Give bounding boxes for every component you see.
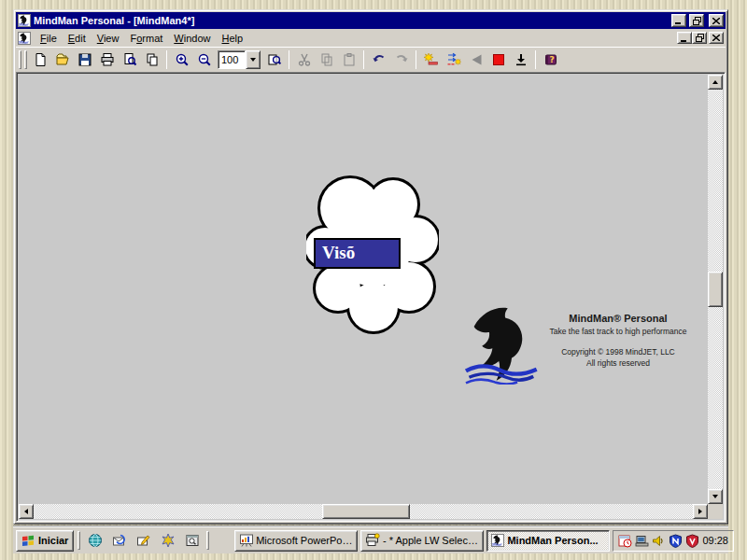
app-window: MindMan Personal - [MindMan4*] File Edit… [13, 9, 728, 525]
redo-icon [394, 52, 409, 67]
collapse-branch-button[interactable] [465, 49, 486, 70]
redo-button[interactable] [390, 49, 412, 70]
down-arrow-icon [514, 52, 529, 67]
channels-icon [161, 533, 176, 548]
zoom-fit-page-icon [267, 52, 282, 67]
open-folder-icon [55, 52, 70, 67]
close-button[interactable] [709, 14, 724, 27]
horizontal-scrollbar[interactable] [19, 504, 708, 519]
menu-help[interactable]: Help [216, 31, 248, 46]
mdi-restore-button[interactable] [692, 32, 707, 44]
system-tray: 09:28 [613, 530, 734, 552]
zoom-out-button[interactable] [193, 49, 215, 70]
cut-button[interactable] [293, 49, 315, 70]
scroll-left-button[interactable] [19, 504, 34, 519]
menu-format[interactable]: Format [124, 31, 168, 46]
restore-icon [696, 34, 704, 42]
duplicate-button[interactable] [141, 49, 162, 70]
quick-launch-viewer[interactable] [181, 530, 203, 552]
task-label: - * Apple LW Select ... [383, 535, 479, 546]
taskbar-grip[interactable] [78, 531, 80, 550]
insert-sub-branch-button[interactable] [443, 49, 464, 70]
task-button-printer[interactable]: - * Apple LW Select ... [360, 530, 484, 552]
scroll-down-button[interactable] [708, 489, 723, 504]
windows-flag-icon [21, 534, 35, 548]
print-button[interactable] [96, 49, 118, 70]
menu-view[interactable]: View [92, 31, 125, 46]
task-label: MindMan Person... [507, 535, 598, 546]
cut-icon [297, 52, 312, 67]
scheduler-icon[interactable] [618, 534, 632, 548]
quick-launch-desktop[interactable] [133, 530, 154, 552]
zoom-level-combobox[interactable] [218, 50, 261, 69]
scroll-up-button[interactable] [708, 75, 723, 90]
print-preview-button[interactable] [119, 49, 140, 70]
antivirus-n-shield-icon[interactable] [669, 534, 683, 548]
copy-icon [319, 52, 334, 67]
task-button-mindman[interactable]: MindMan Person... [486, 530, 610, 552]
vertical-scroll-thumb[interactable] [708, 272, 723, 307]
save-button[interactable] [74, 49, 95, 70]
internet-globe-icon [88, 533, 103, 548]
quick-launch-internet[interactable] [84, 530, 106, 552]
watermark-title: MindMan® Personal [523, 313, 708, 324]
collapse-triangle-icon [469, 52, 484, 67]
save-icon [78, 52, 92, 67]
zoom-in-icon [175, 52, 190, 67]
taskbar-grip[interactable] [206, 531, 209, 550]
red-square-icon [491, 52, 506, 67]
toolbar-separator [363, 50, 364, 69]
triangle-right-icon [698, 509, 702, 514]
dolphin-icon [491, 534, 504, 547]
toolbar-separator [289, 50, 289, 69]
open-button[interactable] [51, 49, 73, 70]
mdi-close-button[interactable] [709, 32, 724, 44]
combo-dropdown-button[interactable] [246, 50, 261, 69]
app-dolphin-icon[interactable] [18, 14, 31, 27]
toolbar-grip[interactable] [19, 50, 21, 69]
zoom-in-button[interactable] [171, 49, 192, 70]
window-title: MindMan Personal - [MindMan4*] [34, 15, 669, 26]
task-button-powerpoint[interactable]: Microsoft PowerPoint... [234, 530, 358, 552]
undo-button[interactable] [368, 49, 389, 70]
horizontal-scroll-thumb[interactable] [322, 504, 410, 519]
mail-icon [112, 533, 127, 548]
restore-button[interactable] [689, 14, 704, 27]
toolbar-separator [166, 50, 167, 69]
export-down-button[interactable] [510, 49, 531, 70]
paste-button[interactable] [338, 49, 359, 70]
computer-icon[interactable] [635, 534, 649, 548]
zoom-fit-page-button[interactable] [263, 49, 285, 70]
menu-bar: File Edit View Format Window Help [16, 29, 726, 47]
menu-window[interactable]: Window [168, 31, 216, 46]
toolbar-separator [416, 50, 416, 69]
mdi-minimize-button[interactable] [677, 32, 692, 44]
color-red-button[interactable] [487, 49, 509, 70]
watermark-tagline: Take the fast track to high performance [523, 327, 708, 336]
volume-icon[interactable] [652, 534, 666, 548]
vertical-scrollbar[interactable] [708, 75, 723, 504]
central-topic-textbox[interactable]: Visõ [314, 238, 401, 269]
map-canvas[interactable]: Visõ MindMan® Personal Take the fast tra… [19, 75, 708, 504]
toolbar-grip[interactable] [24, 50, 27, 69]
insert-branch-button[interactable] [420, 49, 442, 70]
new-document-button[interactable] [29, 49, 50, 70]
minimize-button[interactable] [671, 14, 686, 27]
title-bar[interactable]: MindMan Personal - [MindMan4*] [16, 12, 726, 29]
start-label: Iniciar [38, 535, 68, 546]
document-dolphin-icon[interactable] [18, 32, 31, 45]
zoom-level-input[interactable] [218, 50, 246, 69]
tray-clock[interactable]: 09:28 [702, 535, 728, 546]
antivirus-v-shield-icon[interactable] [685, 534, 699, 548]
menu-file[interactable]: File [35, 31, 63, 46]
splash-watermark: MindMan® Personal Take the fast track to… [523, 313, 708, 368]
quick-launch-mail[interactable] [108, 530, 130, 552]
scroll-right-button[interactable] [693, 504, 708, 519]
map-client-area: Visõ MindMan® Personal Take the fast tra… [16, 72, 726, 522]
toolbar-separator [535, 50, 536, 69]
start-button[interactable]: Iniciar [16, 530, 74, 552]
copy-button[interactable] [316, 49, 337, 70]
help-button[interactable]: ? [540, 49, 561, 70]
menu-edit[interactable]: Edit [63, 31, 92, 46]
quick-launch-channels[interactable] [157, 530, 178, 552]
